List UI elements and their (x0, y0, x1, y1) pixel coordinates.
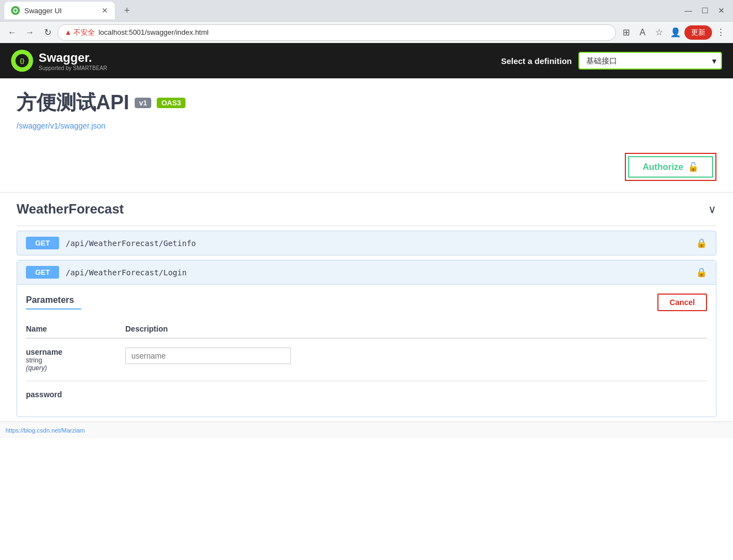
swagger-logo-sub: Supported by SMARTBEAR (39, 65, 107, 71)
user-icon[interactable]: 👤 (668, 25, 683, 40)
browser-toolbar: ← → ↻ ▲ 不安全 localhost:5001/swagger/index… (0, 21, 733, 43)
badge-oas3: OAS3 (157, 98, 185, 108)
status-bar-link: https://blog.csdn.net/Marziam (6, 427, 85, 434)
swagger-definition-select[interactable]: 基础接口 (578, 52, 722, 70)
authorize-button[interactable]: Authorize 🔓 (628, 156, 713, 178)
authorize-btn-wrapper: Authorize 🔓 (625, 153, 716, 181)
method-badge-get-login: GET (26, 266, 59, 279)
browser-maximize-btn[interactable]: ☐ (698, 3, 712, 18)
svg-text:{}: {} (20, 57, 25, 64)
swagger-logo: {} Swagger. Supported by SMARTBEAR (11, 50, 107, 72)
endpoint-expanded-header[interactable]: GET /api/WeatherForecast/Login 🔒 (17, 260, 716, 285)
browser-tab-close-btn[interactable]: ✕ (102, 6, 108, 15)
page-content: {} Swagger. Supported by SMARTBEAR Selec… (0, 43, 733, 560)
swagger-definition-select-wrapper[interactable]: 基础接口 (578, 52, 722, 70)
section-collapse-icon[interactable]: ∨ (708, 202, 716, 216)
param-row-username: username string (query) (26, 339, 707, 381)
browser-window-controls: — ☐ ✕ (681, 3, 729, 18)
method-badge-get: GET (26, 237, 59, 249)
param-desc-username (125, 348, 707, 364)
lock-icon: 🔓 (688, 162, 699, 172)
api-info-section: 方便测试API v1 OAS3 /swagger/v1/swagger.json (0, 78, 733, 147)
status-bar: https://blog.csdn.net/Marziam (0, 422, 733, 438)
api-title-text: 方便测试API (17, 89, 129, 116)
badge-v1: v1 (135, 98, 151, 108)
browser-tab-favicon (11, 6, 20, 15)
params-table-header: Name Description (26, 320, 707, 338)
swagger-logo-textblock: Swagger. Supported by SMARTBEAR (39, 51, 107, 71)
params-title: Parameters (26, 295, 81, 310)
endpoint-expanded-login: GET /api/WeatherForecast/Login 🔒 Paramet… (17, 260, 716, 417)
params-header: Parameters Cancel (26, 294, 707, 311)
params-table: Name Description username string (query) (26, 320, 707, 408)
browser-tab[interactable]: Swagger UI ✕ (4, 2, 115, 19)
translate-icon[interactable]: A (635, 25, 650, 40)
apps-icon[interactable]: ⊞ (618, 25, 634, 40)
browser-titlebar: Swagger UI ✕ + — ☐ ✕ (0, 0, 733, 21)
param-input-username[interactable] (125, 348, 291, 364)
security-warning: ▲ 不安全 (65, 28, 95, 38)
swagger-logo-text: Swagger. (39, 51, 107, 65)
swagger-definition-label: Select a definition (501, 56, 572, 66)
endpoint-path-getinfo: /api/WeatherForecast/Getinfo (66, 239, 689, 248)
params-col-desc-header: Description (125, 324, 707, 333)
endpoint-expanded-body: Parameters Cancel Name Description usern… (17, 285, 716, 417)
browser-more-btn[interactable]: ⋮ (713, 25, 729, 40)
browser-new-tab-btn[interactable]: + (119, 3, 135, 18)
param-row-password: password (26, 381, 707, 408)
endpoint-row-getinfo[interactable]: GET /api/WeatherForecast/Getinfo 🔒 (17, 231, 716, 255)
browser-close-btn[interactable]: ✕ (714, 3, 729, 18)
address-text: localhost:5001/swagger/index.html (98, 28, 208, 36)
browser-update-btn[interactable]: 更新 (684, 25, 712, 40)
params-col-name-header: Name (26, 324, 125, 333)
param-name-text-username: username (26, 348, 125, 356)
param-location-username: (query) (26, 364, 125, 372)
browser-reload-btn[interactable]: ↻ (40, 25, 55, 40)
endpoint-login-lock-icon: 🔒 (696, 267, 707, 278)
api-title: 方便测试API v1 OAS3 (17, 89, 716, 116)
swagger-logo-icon: {} (11, 50, 33, 72)
browser-forward-btn[interactable]: → (22, 25, 38, 40)
api-section-title: WeatherForecast (17, 201, 124, 217)
api-section-weatherforecast: WeatherForecast ∨ GET /api/WeatherForeca… (0, 193, 733, 417)
browser-toolbar-actions: ⊞ A ☆ 👤 更新 ⋮ (618, 25, 729, 40)
authorize-label: Authorize (642, 162, 683, 172)
param-name-username: username string (query) (26, 348, 125, 372)
cancel-button[interactable]: Cancel (657, 294, 707, 311)
swagger-header: {} Swagger. Supported by SMARTBEAR Selec… (0, 43, 733, 78)
param-name-password: password (26, 390, 125, 399)
browser-tab-title: Swagger UI (24, 7, 97, 15)
star-icon[interactable]: ☆ (651, 25, 667, 40)
endpoint-path-login: /api/WeatherForecast/Login (66, 268, 689, 277)
swagger-json-link[interactable]: /swagger/v1/swagger.json (17, 121, 105, 130)
browser-addressbar[interactable]: ▲ 不安全 localhost:5001/swagger/index.html (57, 24, 616, 41)
swagger-definition-section: Select a definition 基础接口 (501, 52, 722, 70)
browser-back-btn[interactable]: ← (4, 25, 20, 40)
param-name-text-password: password (26, 390, 125, 399)
browser-minimize-btn[interactable]: — (681, 3, 695, 18)
auth-section: Authorize 🔓 (0, 147, 733, 192)
svg-point-1 (14, 9, 17, 12)
param-type-username: string (26, 356, 125, 364)
endpoint-lock-icon: 🔒 (696, 238, 707, 248)
api-section-header[interactable]: WeatherForecast ∨ (17, 193, 716, 226)
browser-chrome: Swagger UI ✕ + — ☐ ✕ ← → ↻ ▲ 不安全 localho… (0, 0, 733, 43)
